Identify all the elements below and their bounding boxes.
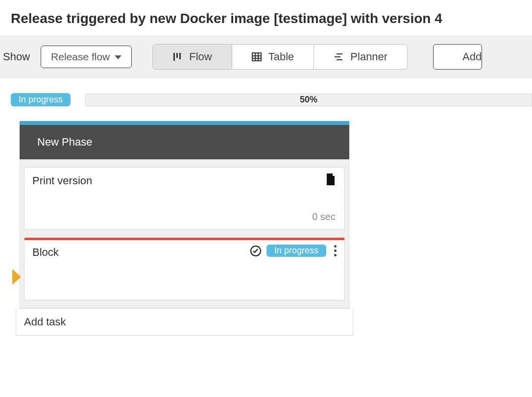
tab-planner-label: Planner	[350, 50, 387, 63]
tab-planner[interactable]: Planner	[314, 44, 408, 70]
kebab-menu-icon[interactable]	[331, 244, 339, 257]
tab-table-label: Table	[268, 50, 294, 63]
task-duration: 0 sec	[312, 211, 336, 223]
svg-rect-3	[252, 53, 261, 61]
add-task-button[interactable]: Add task	[16, 309, 353, 336]
progress-bar: 50%	[85, 94, 532, 106]
add-button-label: Add	[462, 50, 482, 63]
tab-flow-label: Flow	[189, 50, 212, 63]
page-title: Release triggered by new Docker image [t…	[0, 0, 532, 35]
phase-body: Print version 0 sec Block In progress	[20, 159, 349, 309]
planner-icon	[334, 52, 343, 62]
svg-rect-1	[176, 53, 178, 58]
tab-table[interactable]: Table	[232, 44, 314, 70]
progress-percent: 50%	[86, 94, 532, 106]
task-title: Print version	[32, 174, 337, 187]
task-status-badge: In progress	[266, 245, 326, 257]
current-task-indicator-icon	[12, 269, 21, 285]
status-badge: In progress	[11, 93, 71, 106]
phase-header[interactable]: New Phase	[20, 125, 349, 159]
tab-flow[interactable]: Flow	[152, 44, 232, 70]
task-card-print-version[interactable]: Print version 0 sec	[24, 167, 345, 230]
toolbar: Show Release flow Flow Table Planner Add	[0, 35, 532, 78]
show-label: Show	[3, 50, 30, 63]
task-actions: In progress	[250, 244, 339, 257]
release-flow-dropdown[interactable]: Release flow	[41, 46, 132, 68]
phase-card: New Phase Print version 0 sec Block In p…	[20, 121, 349, 336]
table-icon	[252, 52, 262, 62]
svg-rect-2	[179, 53, 181, 59]
progress-row: In progress 50%	[0, 78, 532, 121]
script-icon	[326, 174, 336, 185]
chevron-down-icon	[115, 55, 121, 59]
add-button[interactable]: Add	[433, 44, 482, 70]
flow-icon	[172, 52, 182, 62]
view-tabs: Flow Table Planner	[152, 44, 408, 70]
task-card-block[interactable]: Block In progress	[24, 238, 345, 300]
check-circle-icon	[250, 245, 262, 257]
phase-accent-bar	[20, 121, 349, 125]
svg-rect-0	[173, 53, 175, 61]
release-flow-dropdown-label: Release flow	[51, 51, 110, 63]
